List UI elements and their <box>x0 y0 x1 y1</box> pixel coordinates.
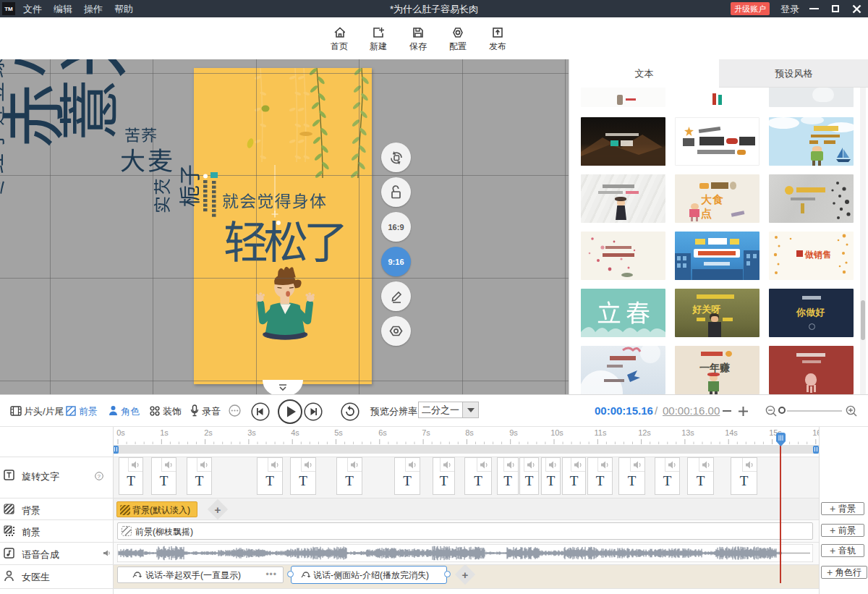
svg-text:4s: 4s <box>291 428 299 437</box>
svg-text:0s: 0s <box>116 428 125 437</box>
svg-text:6s: 6s <box>378 428 387 437</box>
svg-text:1s: 1s <box>160 428 169 437</box>
svg-text:12s: 12s <box>638 428 651 437</box>
svg-text:8s: 8s <box>465 428 474 437</box>
svg-text:13s: 13s <box>681 428 694 437</box>
svg-text:5s: 5s <box>334 428 343 437</box>
svg-text:2s: 2s <box>204 428 213 437</box>
svg-text:7s: 7s <box>422 428 430 437</box>
svg-text:3s: 3s <box>247 428 256 437</box>
svg-text:9s: 9s <box>509 428 518 437</box>
svg-text:?: ? <box>98 473 101 480</box>
svg-text:11s: 11s <box>595 428 607 437</box>
svg-text:10s: 10s <box>550 428 563 437</box>
svg-text:14s: 14s <box>725 428 738 437</box>
